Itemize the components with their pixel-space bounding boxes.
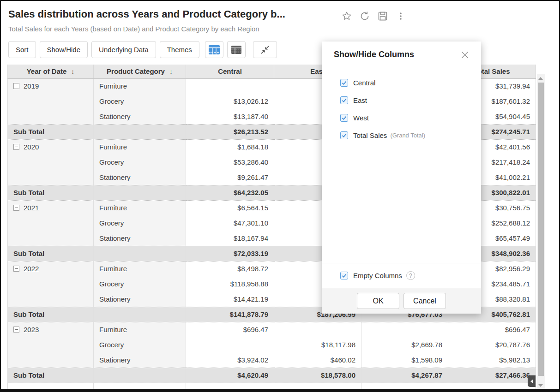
scroll-up-icon[interactable] — [538, 77, 543, 80]
year-cell — [8, 231, 94, 246]
help-icon[interactable]: ? — [406, 271, 415, 280]
star-icon[interactable] — [341, 10, 353, 22]
pivot-row: 2023Furniture$696.47$696.47 — [8, 322, 536, 337]
year-cell: 2020 — [8, 139, 94, 154]
category-cell — [94, 124, 186, 139]
cell-west: $1,598.09 — [361, 352, 448, 368]
show-hide-button[interactable]: Show/Hide — [40, 41, 88, 58]
column-toggle-west: West — [322, 109, 481, 126]
pivot-view-button[interactable] — [205, 41, 223, 58]
cell-central: $13,187.40 — [186, 109, 274, 124]
sort-descending-icon[interactable]: ↓ — [169, 68, 173, 75]
column-header-central[interactable]: Central — [186, 65, 274, 78]
sort-descending-icon[interactable]: ↓ — [71, 68, 74, 75]
year-cell — [8, 352, 94, 368]
refresh-icon[interactable] — [359, 10, 371, 22]
column-toggle-central: Central — [322, 74, 481, 91]
cell-central: $14,421.19 — [186, 291, 274, 307]
category-cell: Stationery — [94, 231, 186, 246]
cell-central: $72,033.19 — [186, 246, 274, 261]
themes-button[interactable]: Themes — [160, 41, 199, 58]
left-triangle-icon — [530, 380, 533, 383]
cell-central: $8,498.72 — [186, 261, 274, 276]
cell — [94, 383, 186, 390]
cell-central: $6,564.15 — [186, 200, 274, 215]
year-cell: 2021 — [8, 200, 94, 215]
year-cell — [8, 170, 94, 185]
collapse-year-icon[interactable] — [13, 327, 19, 333]
collapse-year-icon[interactable] — [13, 205, 19, 211]
category-cell: Furniture — [94, 78, 186, 94]
year-cell — [8, 337, 94, 352]
category-cell: Furniture — [94, 261, 186, 276]
category-cell — [94, 307, 186, 322]
checkbox-label: East — [353, 96, 367, 104]
column-toggle-total-sales: Total Sales(Grand Total) — [322, 126, 481, 144]
collapse-year-icon[interactable] — [13, 144, 19, 150]
dialog-header: Show/Hide Columns — [322, 42, 481, 68]
category-cell — [94, 246, 186, 261]
category-cell: Stationery — [94, 109, 186, 124]
category-cell: Grocery — [94, 276, 186, 291]
category-cell — [94, 368, 186, 383]
checkbox-label: West — [353, 114, 369, 122]
underlying-data-button[interactable]: Underlying Data — [91, 41, 156, 58]
year-cell — [8, 109, 94, 124]
horizontal-scroll-handle[interactable] — [528, 375, 536, 387]
cell-central: $141,878.79 — [186, 307, 274, 322]
cell-west: $4,267.87 — [361, 368, 448, 383]
checkbox-label: Total Sales — [353, 131, 387, 139]
category-cell: Stationery — [94, 291, 186, 307]
vertical-scrollbar[interactable] — [537, 74, 545, 390]
column-toggle-east: East — [322, 91, 481, 109]
checkbox-west[interactable] — [340, 114, 348, 122]
save-icon[interactable] — [377, 10, 389, 22]
subtotal-label-cell: Sub Total — [8, 185, 94, 200]
column-header-year-of-date[interactable]: Year of Date↓ — [8, 65, 94, 78]
show-hide-columns-dialog: Show/Hide Columns CentralEastWestTotal S… — [322, 42, 481, 314]
cell-total-sales: $696.47 — [448, 322, 536, 337]
cell-central: $64,232.05 — [186, 185, 274, 200]
category-cell: Furniture — [94, 139, 186, 154]
grand-total-note: (Grand Total) — [390, 132, 425, 139]
cell-east: $460.02 — [274, 352, 361, 368]
close-icon[interactable] — [460, 50, 470, 60]
collapse-year-icon[interactable] — [13, 83, 19, 89]
scroll-down-icon[interactable] — [538, 384, 543, 387]
cell-central: $3,924.02 — [186, 352, 274, 368]
collapse-button[interactable] — [253, 41, 277, 58]
cell — [448, 383, 536, 390]
cancel-button[interactable]: Cancel — [403, 293, 446, 309]
year-cell — [8, 94, 94, 109]
cell-central: $53,286.40 — [186, 154, 274, 170]
sort-button[interactable]: Sort — [8, 41, 36, 58]
category-cell: Grocery — [94, 337, 186, 352]
checkbox-central[interactable] — [340, 79, 348, 87]
category-cell: Furniture — [94, 200, 186, 215]
checkbox-total-sales[interactable] — [340, 131, 348, 139]
cell-central: $1,684.18 — [186, 139, 274, 154]
pivot-view-icon — [208, 45, 220, 55]
column-header-product-category[interactable]: Product Category↓ — [94, 65, 186, 78]
subtotal-label-cell: Sub Total — [8, 368, 94, 383]
report-actions — [341, 10, 407, 22]
pivot-row: Stationery$3,924.02$460.02$1,598.09$5,98… — [8, 352, 536, 368]
checkbox-east[interactable] — [340, 96, 348, 104]
ok-button[interactable]: OK — [357, 293, 399, 309]
year-label: 2019 — [24, 82, 39, 90]
year-cell — [8, 276, 94, 291]
cell-east: $18,578.00 — [274, 368, 361, 383]
year-cell: 2023 — [8, 322, 94, 337]
cell-central: $47,301.10 — [186, 215, 274, 231]
kebab-menu-icon[interactable] — [395, 10, 407, 22]
subtotal-label-cell: Sub Total — [8, 124, 94, 139]
category-cell: Stationery — [94, 352, 186, 368]
empty-columns-checkbox[interactable] — [340, 272, 348, 279]
collapse-year-icon[interactable] — [13, 266, 19, 272]
year-label: 2023 — [24, 326, 39, 333]
scrollbar-thumb[interactable] — [538, 83, 544, 376]
cell — [274, 383, 361, 390]
tabular-view-button[interactable] — [227, 41, 246, 58]
year-label: 2020 — [24, 143, 39, 151]
column-checkbox-list: CentralEastWestTotal Sales(Grand Total) — [322, 68, 481, 263]
